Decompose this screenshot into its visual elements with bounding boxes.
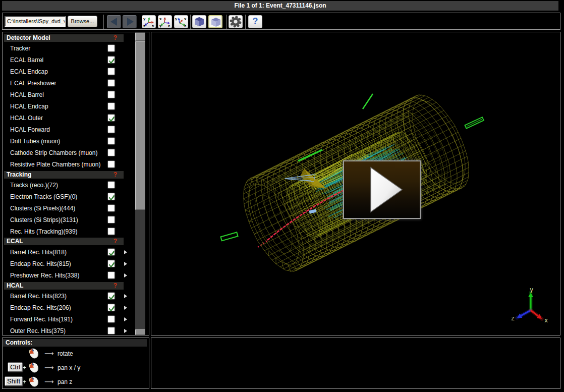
- svg-text:x: x: [544, 317, 548, 324]
- svg-text:y: y: [159, 23, 162, 28]
- svg-text:x: x: [184, 16, 187, 21]
- svg-text:y: y: [143, 16, 146, 21]
- svg-text:x: x: [159, 16, 162, 21]
- svg-text:z: z: [511, 315, 515, 322]
- svg-text:z: z: [143, 23, 145, 28]
- svg-text:x: x: [152, 23, 154, 28]
- svg-text:z: z: [168, 23, 170, 28]
- svg-text:z: z: [184, 23, 186, 28]
- svg-text:y: y: [175, 16, 178, 21]
- svg-text:y: y: [530, 287, 533, 294]
